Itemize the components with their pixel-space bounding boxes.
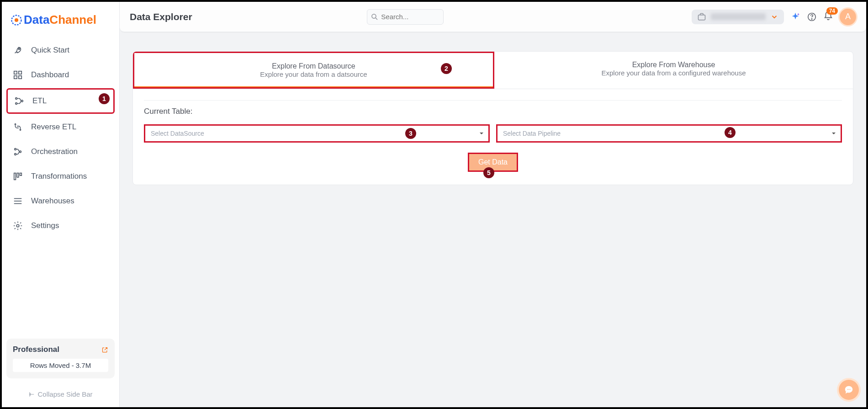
svg-point-26 [848,389,849,390]
get-data-button[interactable]: Get Data [468,153,518,172]
avatar[interactable]: A [840,9,856,25]
svg-point-25 [847,389,848,390]
sidebar-item-orchestration[interactable]: Orchestration [6,140,115,163]
notification-badge: 74 [826,7,838,15]
svg-point-2 [18,48,20,50]
sidebar-item-label: Orchestration [31,147,78,156]
reverse-etl-icon [13,122,23,132]
svg-point-24 [811,18,812,19]
svg-rect-14 [17,173,19,177]
tab-subtitle: Explore your data from a configured ware… [499,69,848,77]
tab-title: Explore From Datasource [139,62,488,70]
chevron-down-icon [479,131,484,136]
page-title: Data Explorer [130,11,192,22]
search-icon [370,13,379,21]
current-table-label: Current Table: [144,100,842,116]
etl-icon [14,96,24,106]
rocket-icon [13,45,23,55]
svg-point-20 [372,14,376,18]
sidebar-item-label: Settings [31,221,59,230]
org-dropdown[interactable] [692,10,784,24]
external-link-icon[interactable] [101,346,108,353]
select-placeholder: Select Data Pipeline [503,130,561,137]
collapse-label: Collapse Side Bar [37,390,92,398]
sidebar-item-label: Dashboard [31,70,69,80]
search-box [367,9,444,25]
logo: DataChannel [6,8,115,36]
svg-line-21 [376,18,378,20]
svg-point-1 [15,18,18,21]
sidebar-item-etl[interactable]: ETL 1 [6,88,115,114]
sidebar-item-label: ETL [32,96,47,106]
sidebar-item-label: Transformations [31,172,87,181]
plan-name: Professional [13,345,59,354]
grid-icon [13,70,23,80]
warehouse-icon [13,196,23,206]
logo-icon [10,14,23,27]
gear-icon [13,221,23,231]
callout-3: 3 [405,128,416,139]
orchestration-icon [13,147,23,157]
logo-text-channel: Channel [49,13,96,27]
plan-card: Professional Rows Moved - 3.7M [6,339,115,378]
notifications[interactable]: 74 [823,11,833,23]
svg-point-27 [850,389,851,390]
svg-rect-3 [14,71,17,74]
nav: Quick Start Dashboard ETL 1 Reverse ETL … [6,39,115,339]
select-pipeline[interactable]: Select Data Pipeline 4 [496,124,842,143]
chat-fab[interactable] [839,380,859,400]
sidebar: DataChannel Quick Start Dashboard ETL 1 … [2,2,120,407]
svg-point-10 [15,149,16,150]
org-name-blurred [711,13,766,20]
svg-rect-22 [699,15,705,20]
sidebar-item-label: Reverse ETL [31,122,76,132]
callout-1: 1 [99,93,110,104]
rows-moved: Rows Moved - 3.7M [13,359,108,372]
main: Data Explorer 74 A [120,2,866,407]
sidebar-item-dashboard[interactable]: Dashboard [6,64,115,86]
transformations-icon [13,171,23,181]
chevron-down-icon [831,131,836,136]
sidebar-item-reverse-etl[interactable]: Reverse ETL [6,116,115,138]
callout-4: 4 [725,127,736,138]
svg-rect-13 [14,173,16,180]
sidebar-item-warehouses[interactable]: Warehouses [6,190,115,212]
tab-subtitle: Explore your data from a datsource [139,70,488,78]
collapse-sidebar[interactable]: Collapse Side Bar [6,388,115,401]
svg-point-9 [21,100,23,102]
collapse-icon [28,391,35,398]
svg-rect-6 [19,76,21,79]
tab-datasource[interactable]: Explore From Datasource Explore your dat… [133,52,494,89]
svg-point-7 [16,98,17,100]
explorer-panel: Explore From Datasource Explore your dat… [132,51,853,185]
ai-sparkle-icon[interactable] [790,12,800,22]
sidebar-item-settings[interactable]: Settings [6,214,115,237]
briefcase-icon [697,12,706,21]
chevron-down-icon [770,13,778,21]
help-icon[interactable] [807,12,817,22]
tab-title: Explore From Warehouse [499,61,848,69]
tabs: Explore From Datasource Explore your dat… [133,52,853,89]
header: Data Explorer 74 A [120,2,866,32]
content: Explore From Datasource Explore your dat… [120,32,866,185]
svg-rect-15 [20,173,22,176]
logo-text-data: Data [24,13,49,27]
sidebar-item-transformations[interactable]: Transformations [6,165,115,188]
svg-point-8 [16,103,17,105]
select-placeholder: Select DataSource [151,130,204,137]
sidebar-item-label: Warehouses [31,197,74,206]
tab-warehouse[interactable]: Explore From Warehouse Explore your data… [494,52,853,89]
chat-icon [844,385,854,395]
svg-rect-5 [14,76,17,79]
select-datasource[interactable]: Select DataSource 3 [144,124,490,143]
sidebar-item-label: Quick Start [31,46,69,55]
svg-rect-4 [19,71,21,74]
svg-point-11 [15,154,16,155]
svg-point-19 [16,224,19,227]
sidebar-item-quick-start[interactable]: Quick Start [6,39,115,62]
